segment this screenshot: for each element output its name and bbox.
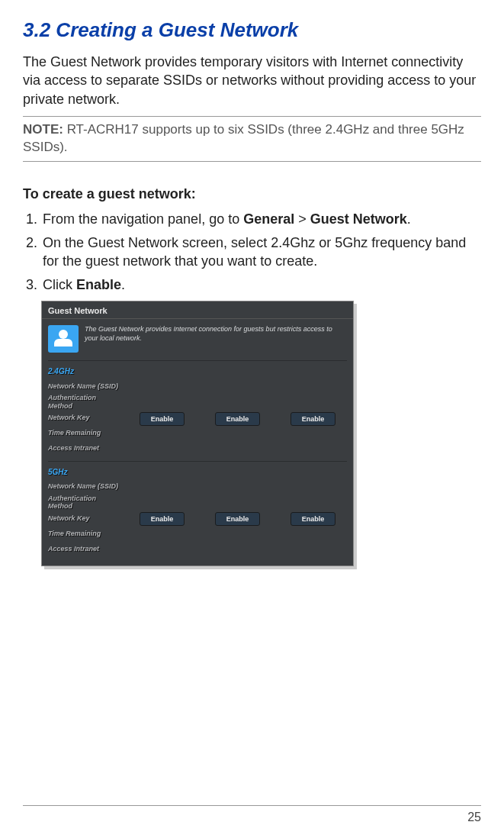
label-key: Network Key [48, 514, 120, 523]
row-intranet: Access Intranet [48, 541, 347, 556]
row-key: Network Key Enable Enable Enable [48, 411, 347, 426]
row-auth: Authentication Method [48, 495, 347, 511]
steps-list: From the navigation panel, go to General… [23, 210, 481, 295]
guest-network-icon [48, 325, 79, 353]
enable-button[interactable]: Enable [215, 412, 261, 426]
step-text: > [294, 211, 310, 227]
step-3: Click Enable. [41, 276, 481, 295]
note-label: NOTE: [23, 122, 63, 137]
row-ssid: Network Name (SSID) [48, 479, 347, 495]
label-time: Time Remaining [48, 530, 120, 538]
divider-top [23, 116, 481, 117]
step-bold: Enable [76, 277, 121, 292]
label-intranet: Access Intranet [48, 545, 120, 553]
screenshot-banner: The Guest Network provides Internet conn… [42, 319, 353, 359]
enable-button[interactable]: Enable [215, 512, 261, 526]
label-auth: Authentication Method [48, 495, 120, 511]
step-2: On the Guest Network screen, select 2.4G… [41, 234, 481, 272]
step-text: . [121, 277, 125, 292]
row-intranet: Access Intranet [48, 441, 347, 456]
enable-button[interactable]: Enable [140, 512, 185, 526]
label-auth: Authentication Method [48, 394, 120, 411]
label-ssid: Network Name (SSID) [48, 382, 120, 391]
row-time: Time Remaining [48, 526, 347, 541]
label-time: Time Remaining [48, 429, 120, 437]
enable-button[interactable]: Enable [291, 412, 336, 426]
step-text: . [407, 211, 411, 227]
screenshot-title: Guest Network [42, 301, 353, 319]
page-footer: 25 [23, 805, 481, 824]
note: NOTE: RT-ACRH17 supports up to six SSIDs… [23, 120, 481, 158]
section-heading: 3.2 Creating a Guest Network [23, 18, 481, 42]
screenshot-panel: Guest Network The Guest Network provides… [41, 301, 354, 566]
intro-paragraph: The Guest Network provides temporary vis… [23, 53, 481, 108]
band-label-5ghz: 5GHz [42, 463, 353, 479]
label-key: Network Key [48, 414, 120, 422]
page-number: 25 [467, 811, 481, 823]
row-ssid: Network Name (SSID) [48, 379, 347, 394]
divider-bottom [23, 161, 481, 162]
step-bold: Guest Network [310, 211, 407, 227]
screenshot-description: The Guest Network provides Internet conn… [85, 325, 347, 343]
label-ssid: Network Name (SSID) [48, 482, 120, 491]
divider [48, 360, 347, 361]
band-24ghz-rows: Network Name (SSID) Authentication Metho… [42, 379, 353, 459]
row-auth: Authentication Method [48, 394, 347, 411]
enable-button[interactable]: Enable [291, 512, 336, 526]
label-intranet: Access Intranet [48, 444, 120, 453]
step-text: From the navigation panel, go to [43, 211, 243, 227]
enable-button[interactable]: Enable [140, 412, 185, 426]
band-label-24ghz: 2.4GHz [42, 363, 353, 379]
subheading: To create a guest network: [23, 186, 481, 202]
step-bold: General [243, 211, 294, 227]
step-1: From the navigation panel, go to General… [41, 210, 481, 229]
note-text: RT-ACRH17 supports up to six SSIDs (thre… [23, 122, 464, 154]
band-5ghz-rows: Network Name (SSID) Authentication Metho… [42, 479, 353, 560]
divider [48, 461, 347, 462]
step-text: Click [43, 277, 76, 292]
row-key: Network Key Enable Enable Enable [48, 511, 347, 526]
row-time: Time Remaining [48, 426, 347, 441]
